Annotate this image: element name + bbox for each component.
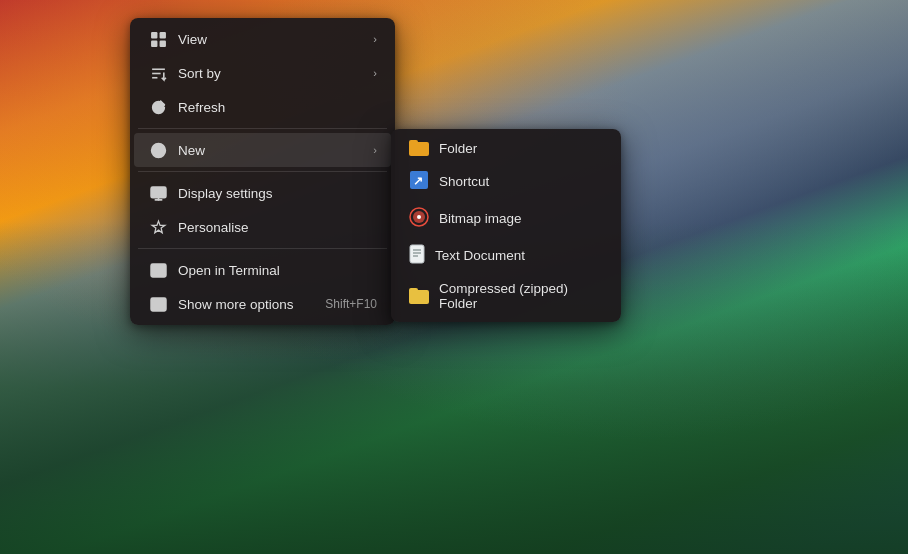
new-label: New <box>178 143 363 158</box>
divider-2 <box>138 171 387 172</box>
submenu-item-bitmap[interactable]: Bitmap image <box>395 200 617 237</box>
svg-rect-23 <box>151 264 166 277</box>
textdoc-icon <box>409 244 425 267</box>
more-options-label: Show more options <box>178 297 315 312</box>
refresh-icon <box>148 97 168 117</box>
context-menu: View › Sort by › Refresh <box>130 18 395 325</box>
sort-chevron: › <box>373 67 377 79</box>
zip-label: Compressed (zipped) Folder <box>439 281 603 311</box>
svg-rect-0 <box>151 32 157 38</box>
more-options-shortcut: Shift+F10 <box>325 297 377 311</box>
zip-icon <box>409 288 429 304</box>
divider-1 <box>138 128 387 129</box>
sort-label: Sort by <box>178 66 363 81</box>
context-menu-item-terminal[interactable]: Open in Terminal <box>134 253 391 287</box>
svg-rect-16 <box>410 245 424 263</box>
new-submenu: Folder ↗ Shortcut <box>391 129 621 322</box>
svg-rect-3 <box>159 40 165 46</box>
svg-point-15 <box>417 215 421 219</box>
view-chevron: › <box>373 33 377 45</box>
folder-icon <box>409 140 429 156</box>
sort-icon <box>148 63 168 83</box>
submenu-item-text-doc[interactable]: Text Document <box>395 237 617 274</box>
shortcut-icon: ↗ <box>409 170 429 193</box>
new-chevron: › <box>373 144 377 156</box>
context-menu-item-more-options[interactable]: Show more options Shift+F10 <box>134 287 391 321</box>
svg-rect-2 <box>151 40 157 46</box>
svg-text:↗: ↗ <box>413 174 423 188</box>
display-label: Display settings <box>178 186 377 201</box>
shortcut-label: Shortcut <box>439 174 489 189</box>
more-icon <box>148 294 168 314</box>
bitmap-icon <box>409 207 429 230</box>
refresh-label: Refresh <box>178 100 377 115</box>
divider-3 <box>138 248 387 249</box>
svg-rect-20 <box>151 187 166 198</box>
text-doc-label: Text Document <box>435 248 525 263</box>
personalise-label: Personalise <box>178 220 377 235</box>
context-menu-item-view[interactable]: View › <box>134 22 391 56</box>
context-menu-item-sort[interactable]: Sort by › <box>134 56 391 90</box>
context-menu-item-refresh[interactable]: Refresh <box>134 90 391 124</box>
terminal-icon <box>148 260 168 280</box>
bitmap-label: Bitmap image <box>439 211 522 226</box>
svg-rect-1 <box>159 32 165 38</box>
folder-label: Folder <box>439 141 477 156</box>
context-menu-item-display[interactable]: Display settings <box>134 176 391 210</box>
display-icon <box>148 183 168 203</box>
submenu-item-shortcut[interactable]: ↗ Shortcut <box>395 163 617 200</box>
context-menu-item-personalise[interactable]: Personalise <box>134 210 391 244</box>
new-icon <box>148 140 168 160</box>
view-label: View <box>178 32 363 47</box>
personalise-icon <box>148 217 168 237</box>
context-menu-item-new[interactable]: New › <box>134 133 391 167</box>
submenu-item-folder[interactable]: Folder <box>395 133 617 163</box>
view-icon <box>148 29 168 49</box>
terminal-label: Open in Terminal <box>178 263 377 278</box>
new-item-container: New › Folder ↗ Shortcut <box>130 133 395 167</box>
submenu-item-zip[interactable]: Compressed (zipped) Folder <box>395 274 617 318</box>
